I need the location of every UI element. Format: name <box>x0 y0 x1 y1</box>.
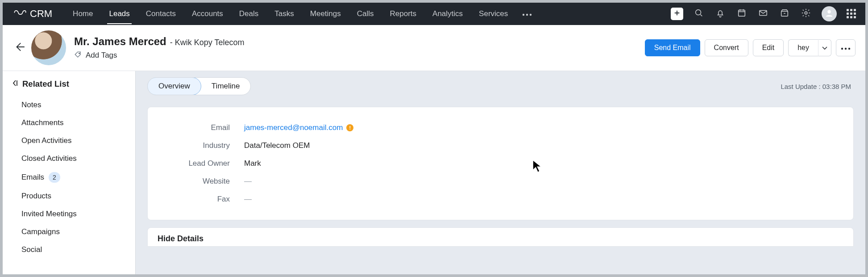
calendar-button[interactable] <box>736 8 748 20</box>
emails-count-badge: 2 <box>49 172 60 183</box>
nav-tab-contacts[interactable]: Contacts <box>138 3 184 25</box>
sidebar-title-row: Related List <box>3 79 135 96</box>
search-button[interactable] <box>693 8 705 20</box>
sidebar-item-label: Open Activities <box>21 136 71 145</box>
field-lead-owner: Lead Owner Mark <box>159 155 842 172</box>
custom-button-dropdown[interactable] <box>818 39 831 56</box>
sidebar-title: Related List <box>22 79 69 89</box>
nav-tab-home[interactable]: Home <box>65 3 101 25</box>
svg-point-11 <box>845 48 847 50</box>
nav-tab-label: Tasks <box>274 9 294 18</box>
profile-avatar[interactable] <box>822 6 837 21</box>
brand-label: CRM <box>30 8 52 20</box>
edit-button[interactable]: Edit <box>753 39 784 56</box>
nav-tab-calls[interactable]: Calls <box>349 3 382 25</box>
svg-point-10 <box>841 48 843 50</box>
svg-point-7 <box>805 12 807 14</box>
body: Related List Notes Attachments Open Acti… <box>3 71 865 275</box>
button-label: Convert <box>714 44 739 52</box>
svg-point-8 <box>827 10 831 13</box>
nav-tab-tasks[interactable]: Tasks <box>266 3 302 25</box>
button-label: hey <box>797 44 809 52</box>
view-tabs: Overview Timeline <box>147 77 251 95</box>
field-value: Mark <box>244 159 261 168</box>
notifications-button[interactable] <box>714 8 726 20</box>
convert-button[interactable]: Convert <box>705 39 748 56</box>
nav-tab-analytics[interactable]: Analytics <box>424 3 471 25</box>
nav-tabs: Home Leads Contacts Accounts Deals Tasks… <box>65 3 538 25</box>
box-button[interactable] <box>779 8 790 20</box>
nav-tab-services[interactable]: Services <box>471 3 516 25</box>
sidebar-item-attachments[interactable]: Attachments <box>3 114 135 132</box>
record-avatar[interactable] <box>31 30 66 65</box>
record-title-block: Mr. James Merced - Kwik Kopy Telecom Add… <box>74 35 245 61</box>
bell-icon <box>715 8 725 20</box>
field-industry: Industry Data/Telecom OEM <box>159 137 842 155</box>
nav-tab-leads[interactable]: Leads <box>101 3 137 25</box>
nav-right <box>671 6 856 21</box>
field-label: Fax <box>159 195 244 204</box>
create-button[interactable] <box>671 8 683 20</box>
sidebar-item-open-activities[interactable]: Open Activities <box>3 132 135 150</box>
brand[interactable]: CRM <box>14 8 52 20</box>
nav-tab-label: Analytics <box>432 9 463 18</box>
field-value: — <box>244 195 252 204</box>
sidebar-item-campaigns[interactable]: Campaigns <box>3 223 135 241</box>
last-update-text: Last Update : 03:38 PM <box>781 83 854 90</box>
field-label: Industry <box>159 141 244 150</box>
top-nav: CRM Home Leads Contacts Accounts Deals T… <box>3 3 865 25</box>
svg-point-2 <box>530 14 532 16</box>
apps-launcher[interactable] <box>847 9 856 19</box>
nav-tab-reports[interactable]: Reports <box>382 3 425 25</box>
caret-down-icon <box>822 44 827 52</box>
field-email: Email james-merced@noemail.com ! <box>159 119 842 137</box>
svg-rect-4 <box>739 10 745 17</box>
dots-horizontal-icon <box>522 10 532 18</box>
svg-rect-6 <box>781 11 788 16</box>
arrow-left-icon <box>14 41 25 55</box>
search-icon <box>694 8 704 20</box>
nav-tab-accounts[interactable]: Accounts <box>184 3 231 25</box>
hide-details-label: Hide Details <box>158 234 204 243</box>
sidebar-item-closed-activities[interactable]: Closed Activities <box>3 150 135 168</box>
settings-button[interactable] <box>800 8 812 20</box>
nav-tab-label: Contacts <box>146 9 176 18</box>
nav-tab-meetings[interactable]: Meetings <box>302 3 349 25</box>
svg-point-3 <box>696 10 701 15</box>
nav-tab-label: Accounts <box>192 9 223 18</box>
custom-button[interactable]: hey <box>788 39 818 56</box>
nav-tab-label: Home <box>73 9 93 18</box>
tab-timeline[interactable]: Timeline <box>201 78 251 95</box>
details-card: Email james-merced@noemail.com ! Industr… <box>147 107 854 220</box>
sidebar-item-products[interactable]: Products <box>3 187 135 205</box>
sidebar-item-notes[interactable]: Notes <box>3 96 135 114</box>
add-tags-button[interactable]: Add Tags <box>74 50 245 61</box>
send-email-button[interactable]: Send Email <box>645 39 700 56</box>
svg-rect-5 <box>760 11 767 16</box>
field-value-email[interactable]: james-merced@noemail.com ! <box>244 123 353 132</box>
main-area: Overview Timeline Last Update : 03:38 PM… <box>136 71 865 275</box>
tab-overview[interactable]: Overview <box>147 77 201 95</box>
button-label: Edit <box>762 44 775 52</box>
tab-label: Timeline <box>212 82 240 91</box>
mail-button[interactable] <box>757 8 769 20</box>
mail-icon <box>758 8 768 20</box>
nav-tab-label: Reports <box>390 9 417 18</box>
sidebar-item-label: Emails <box>21 173 44 182</box>
nav-more-button[interactable] <box>516 3 538 25</box>
sidebar-item-emails[interactable]: Emails 2 <box>3 168 135 187</box>
sidebar-item-invited-meetings[interactable]: Invited Meetings <box>3 205 135 223</box>
email-link: james-merced@noemail.com <box>244 123 343 132</box>
back-button[interactable] <box>11 41 29 55</box>
sidebar-item-label: Notes <box>21 101 41 109</box>
brand-icon <box>14 8 26 20</box>
nav-tab-deals[interactable]: Deals <box>231 3 266 25</box>
sidebar-item-social[interactable]: Social <box>3 241 135 259</box>
field-label: Email <box>159 123 244 132</box>
svg-point-1 <box>526 14 528 16</box>
svg-point-12 <box>848 48 850 50</box>
more-actions-button[interactable] <box>836 39 856 56</box>
sidebar-item-label: Closed Activities <box>21 154 77 163</box>
collapse-icon[interactable] <box>12 80 19 88</box>
hide-details-toggle[interactable]: Hide Details <box>147 227 854 247</box>
